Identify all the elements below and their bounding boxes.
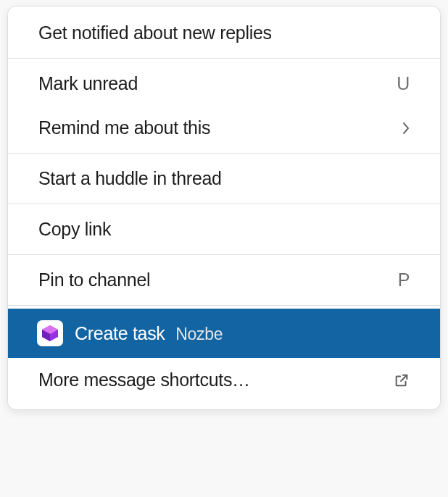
shortcut-key: P — [398, 270, 410, 291]
menu-item-get-notified[interactable]: Get notified about new replies — [8, 11, 440, 55]
menu-item-label: More message shortcuts… — [38, 369, 382, 390]
menu-item-label: Remind me about this — [38, 117, 391, 138]
create-task-text: Create task — [75, 323, 165, 343]
menu-item-label: Mark unread — [38, 73, 385, 94]
message-context-menu: Get notified about new replies Mark unre… — [7, 6, 441, 410]
app-name: Nozbe — [175, 325, 223, 343]
menu-item-pin-to-channel[interactable]: Pin to channel P — [8, 258, 440, 302]
shortcut-key: U — [397, 73, 410, 94]
menu-item-start-huddle[interactable]: Start a huddle in thread — [8, 156, 440, 201]
menu-divider — [8, 305, 440, 306]
menu-item-label: Create task Nozbe — [75, 323, 410, 344]
menu-item-remind-me[interactable]: Remind me about this — [8, 106, 440, 150]
chevron-right-icon — [402, 122, 410, 135]
menu-divider — [8, 204, 440, 204]
menu-item-label: Pin to channel — [38, 270, 386, 291]
menu-divider — [8, 58, 440, 59]
menu-item-mark-unread[interactable]: Mark unread U — [8, 62, 440, 106]
menu-item-copy-link[interactable]: Copy link — [8, 207, 440, 251]
menu-item-label: Copy link — [38, 219, 410, 240]
external-link-icon — [394, 372, 410, 388]
menu-divider — [8, 254, 440, 255]
menu-item-create-task[interactable]: Create task Nozbe — [8, 309, 440, 358]
nozbe-app-icon — [37, 320, 63, 346]
menu-item-more-shortcuts[interactable]: More message shortcuts… — [8, 358, 440, 402]
menu-item-label: Get notified about new replies — [38, 22, 410, 43]
menu-item-label: Start a huddle in thread — [38, 168, 410, 189]
menu-divider — [8, 153, 440, 154]
